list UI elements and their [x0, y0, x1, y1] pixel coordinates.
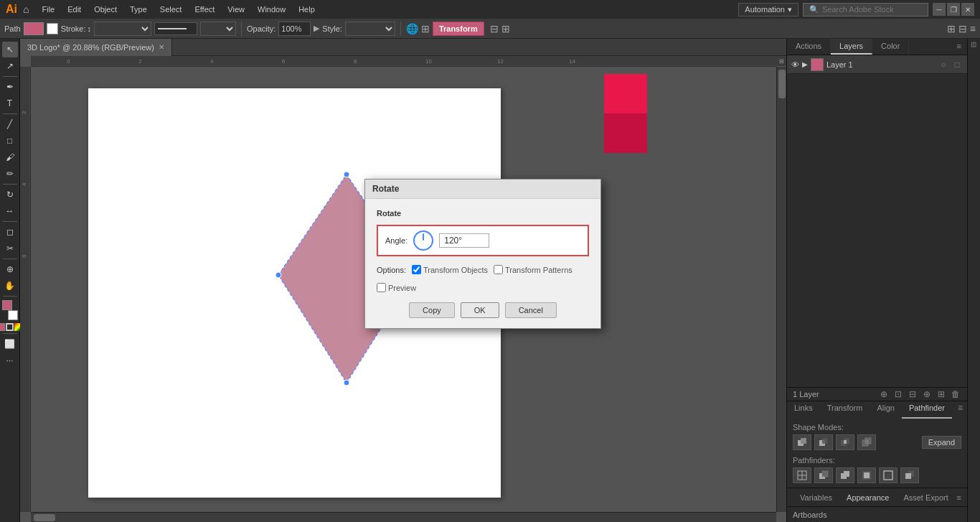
stroke-style-select[interactable] [200, 22, 236, 36]
transform-patterns-check[interactable] [494, 265, 503, 274]
minus-front-btn[interactable] [814, 434, 833, 450]
fill-color-swatch[interactable] [24, 22, 44, 35]
options-icon[interactable]: ≡ [970, 23, 976, 34]
menu-edit[interactable]: Edit [62, 4, 87, 15]
direct-select-tool[interactable]: ↗ [2, 58, 18, 74]
menu-view[interactable]: View [222, 4, 250, 15]
mirror-tool[interactable]: ↔ [2, 203, 18, 219]
grid-icon[interactable]: ⊞ [421, 23, 430, 34]
arrange-icon[interactable]: ⊞ [501, 23, 510, 34]
expand-button[interactable]: Expand [922, 436, 961, 449]
document-tab[interactable]: 3D Logo* @ 20.88% (RGB/Preview) ✕ [20, 39, 172, 56]
restore-button[interactable]: ❐ [947, 3, 960, 16]
more-tools[interactable]: ··· [2, 353, 18, 368]
crop-btn[interactable] [857, 467, 876, 483]
ok-button[interactable]: OK [461, 302, 499, 318]
v-scrollbar[interactable] [776, 67, 786, 512]
opacity-input[interactable]: 100% [278, 22, 311, 36]
layer-lock-icon[interactable]: □ [951, 59, 963, 70]
stroke-color-swatch[interactable] [47, 23, 58, 34]
merge-btn[interactable] [836, 467, 854, 483]
tab-variables[interactable]: Variables [793, 492, 839, 503]
rect-tool[interactable]: □ [2, 133, 18, 149]
cancel-button[interactable]: Cancel [505, 302, 557, 318]
layer-expand-icon[interactable]: ▶ [802, 60, 808, 68]
exclude-btn[interactable] [857, 434, 876, 450]
globe-icon[interactable]: 🌐 [406, 23, 418, 34]
search-input[interactable] [822, 5, 922, 14]
stroke-icon[interactable] [6, 323, 14, 331]
panel-options-btn[interactable]: ≡ [951, 39, 967, 55]
menu-effect[interactable]: Effect [189, 4, 220, 15]
h-scrollbar[interactable] [31, 512, 776, 522]
tab-asset-export[interactable]: Asset Export [896, 492, 955, 503]
canvas-area[interactable]: 3D Logo* @ 20.88% (RGB/Preview) ✕ 0 2 4 … [20, 39, 786, 522]
menu-select[interactable]: Select [154, 4, 188, 15]
tab-color[interactable]: Color [872, 39, 909, 55]
angle-input[interactable] [439, 233, 489, 248]
minimize-button[interactable]: ─ [933, 3, 946, 16]
transform-button[interactable]: Transform [433, 22, 484, 36]
pencil-tool[interactable]: ✏ [2, 166, 18, 182]
transform-patterns-checkbox[interactable]: Transform Patterns [494, 265, 573, 274]
tab-transform[interactable]: Transform [820, 401, 870, 419]
tab-layers[interactable]: Layers [831, 39, 872, 55]
close-button[interactable]: ✕ [961, 3, 974, 16]
tab-links[interactable]: Links [787, 401, 820, 419]
angle-dial[interactable] [413, 230, 433, 251]
scrollbar-thumb-v[interactable] [778, 70, 786, 98]
menu-type[interactable]: Type [124, 4, 153, 15]
outline-btn[interactable] [879, 467, 897, 483]
tab-pathfinder[interactable]: Pathfinder [902, 401, 952, 419]
pen-tool[interactable]: ✒ [2, 79, 18, 95]
divide-btn[interactable] [793, 467, 811, 483]
vars-bar-options[interactable]: ≡ [957, 493, 961, 502]
menu-file[interactable]: File [36, 4, 60, 15]
layer-options-icon[interactable]: ⊞ [936, 388, 947, 400]
menu-object[interactable]: Object [88, 4, 123, 15]
paintbrush-tool[interactable]: 🖌 [2, 149, 18, 165]
panel-collapse-tl[interactable]: ⊟ [776, 56, 786, 66]
move-selection-icon[interactable]: ⊡ [892, 388, 904, 400]
delete-layer-icon[interactable]: 🗑 [950, 388, 961, 400]
stroke-select[interactable] [94, 22, 151, 36]
home-icon[interactable]: ⌂ [23, 4, 29, 15]
intersect-btn[interactable] [836, 434, 854, 450]
copy-button[interactable]: Copy [409, 302, 455, 318]
transform-objects-check[interactable] [412, 265, 421, 274]
stock-search-box[interactable]: 🔍 [803, 3, 928, 17]
select-tool[interactable]: ↖ [2, 42, 18, 57]
tab-appearance[interactable]: Appearance [839, 492, 896, 503]
fill-icon[interactable] [0, 323, 5, 331]
automation-button[interactable]: Automation ▾ [738, 3, 798, 17]
opacity-arrow[interactable]: ▶ [314, 24, 319, 33]
zoom-tool[interactable]: ⊕ [2, 261, 18, 277]
preview-check[interactable] [377, 283, 386, 292]
trim-btn[interactable] [814, 467, 833, 483]
make-sublayer-icon[interactable]: ⊕ [878, 388, 890, 400]
hand-tool[interactable]: ✋ [2, 278, 18, 294]
align-icon[interactable]: ⊟ [490, 23, 499, 34]
bg-swatch[interactable] [8, 310, 18, 320]
grid-view-icon[interactable]: ⊞ [947, 23, 956, 34]
transform-objects-checkbox[interactable]: Transform Objects [412, 265, 488, 274]
line-tool[interactable]: ╱ [2, 116, 18, 132]
find-icon[interactable]: ⊕ [921, 388, 933, 400]
collapse-strip-icon[interactable]: ⊟ [970, 42, 978, 47]
scissors-tool[interactable]: ✂ [2, 241, 18, 256]
style-select[interactable] [345, 22, 395, 36]
tab-close-icon[interactable]: ✕ [159, 43, 164, 51]
artboard-tool[interactable]: ⬜ [2, 336, 18, 352]
scrollbar-thumb-h[interactable] [34, 514, 55, 521]
layer-target-icon[interactable]: ○ [938, 59, 949, 70]
menu-help[interactable]: Help [293, 4, 321, 15]
tab-align[interactable]: Align [870, 401, 901, 419]
unite-btn[interactable] [793, 434, 811, 450]
fg-swatch[interactable] [2, 300, 12, 310]
collect-icon[interactable]: ⊟ [907, 388, 918, 400]
stroke-arrows[interactable]: ↕ [88, 24, 92, 33]
eraser-tool[interactable]: ◻ [2, 224, 18, 240]
rotate-tool[interactable]: ↻ [2, 187, 18, 202]
panel-icon[interactable]: ⊟ [958, 23, 967, 34]
minus-back-btn[interactable] [900, 467, 919, 483]
